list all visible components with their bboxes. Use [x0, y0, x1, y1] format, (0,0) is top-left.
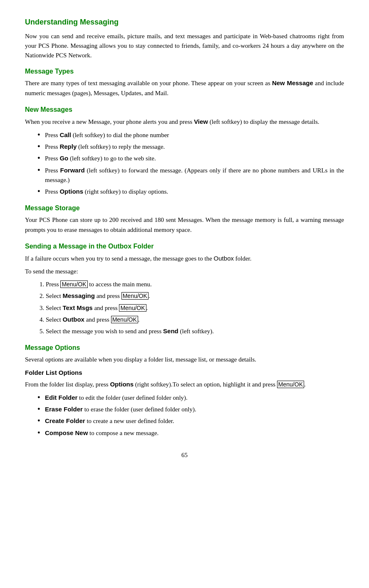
- message-storage-body: Your PCS Phone can store up to 200 recei…: [25, 215, 344, 235]
- message-storage-heading: Message Storage: [25, 203, 344, 214]
- new-messages-list: Press Call (left softkey) to dial the ph…: [37, 130, 344, 197]
- folder-list-options-subheading: Folder List Options: [25, 368, 344, 377]
- list-item: Press Options (right softkey) to display…: [37, 187, 344, 197]
- intro-paragraph: Now you can send and receive emails, pic…: [25, 32, 344, 61]
- list-item: Press Menu/OK to access the main menu.: [46, 280, 344, 289]
- list-item: Compose New to compose a new message.: [37, 428, 344, 438]
- list-item: Edit Folder to edit the folder (user def…: [37, 393, 344, 403]
- message-options-body: Several options are available when you d…: [25, 355, 344, 364]
- folder-list-options-list: Edit Folder to edit the folder (user def…: [37, 393, 344, 438]
- main-heading: Understanding Messaging: [25, 17, 344, 28]
- outbox-folder-heading: Sending a Message in the Outbox Folder: [25, 241, 344, 252]
- folder-list-options-body: From the folder list display, press Opti…: [25, 379, 344, 389]
- list-item: Create Folder to create a new user defin…: [37, 416, 344, 426]
- new-messages-body: When you receive a new Message, your pho…: [25, 117, 344, 127]
- outbox-intro: If a failure occurs when you try to send…: [25, 253, 344, 263]
- list-item: Press Reply (left softkey) to reply the …: [37, 142, 344, 152]
- outbox-steps-label: To send the message:: [25, 267, 344, 276]
- list-item: Select Messaging and press Menu/OK.: [46, 291, 344, 301]
- list-item: Select Outbox and press Menu/OK.: [46, 315, 344, 325]
- page-number: 65: [25, 450, 344, 460]
- list-item: Press Forward (left softkey) to forward …: [37, 165, 344, 185]
- list-item: Erase Folder to erase the folder (user d…: [37, 404, 344, 414]
- outbox-steps-list: Press Menu/OK to access the main menu. S…: [46, 280, 344, 336]
- message-options-heading: Message Options: [25, 343, 344, 353]
- message-types-body: There are many types of text messaging a…: [25, 78, 344, 98]
- list-item: Press Go (left softkey) to go to the web…: [37, 153, 344, 163]
- new-messages-heading: New Messages: [25, 105, 344, 115]
- list-item: Press Call (left softkey) to dial the ph…: [37, 130, 344, 140]
- message-types-heading: Message Types: [25, 66, 344, 77]
- list-item: Select the message you wish to send and …: [46, 326, 344, 336]
- list-item: Select Text Msgs and press Menu/OK.: [46, 303, 344, 313]
